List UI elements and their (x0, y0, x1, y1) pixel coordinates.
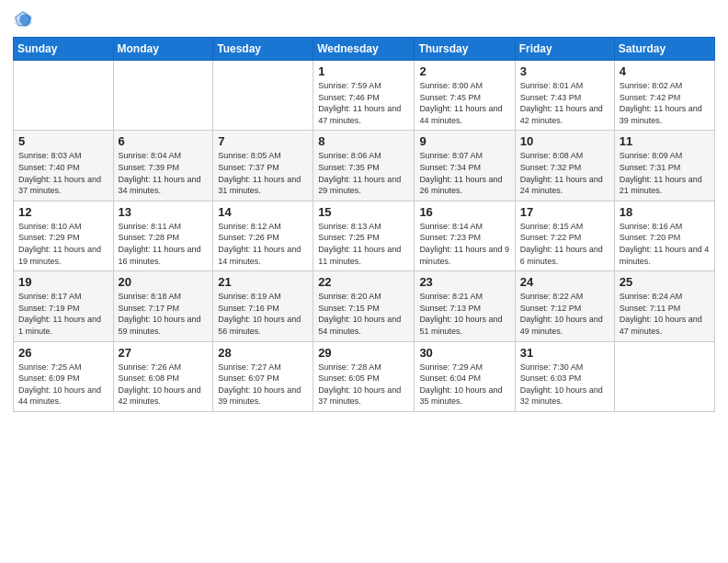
calendar-week-2: 5Sunrise: 8:03 AMSunset: 7:40 PMDaylight… (14, 131, 715, 201)
calendar-cell: 3Sunrise: 8:01 AMSunset: 7:43 PMDaylight… (515, 61, 614, 131)
calendar-cell: 14Sunrise: 8:12 AMSunset: 7:26 PMDayligh… (213, 201, 313, 270)
calendar-week-1: 1Sunrise: 7:59 AMSunset: 7:46 PMDaylight… (14, 61, 715, 131)
calendar-week-4: 19Sunrise: 8:17 AMSunset: 7:19 PMDayligh… (14, 271, 715, 341)
calendar-cell: 8Sunrise: 8:06 AMSunset: 7:35 PMDaylight… (313, 131, 415, 201)
calendar-cell: 10Sunrise: 8:08 AMSunset: 7:32 PMDayligh… (515, 131, 614, 201)
day-number: 3 (520, 64, 609, 78)
day-number: 24 (520, 275, 609, 289)
calendar-cell: 15Sunrise: 8:13 AMSunset: 7:25 PMDayligh… (313, 201, 415, 270)
day-number: 23 (419, 275, 509, 289)
calendar-cell: 28Sunrise: 7:27 AMSunset: 6:07 PMDayligh… (213, 341, 313, 411)
day-info: Sunrise: 8:04 AMSunset: 7:39 PMDaylight:… (119, 150, 209, 196)
day-info: Sunrise: 8:19 AMSunset: 7:16 PMDaylight:… (218, 291, 308, 337)
day-number: 12 (18, 205, 108, 219)
day-number: 28 (218, 346, 308, 360)
day-info: Sunrise: 7:59 AMSunset: 7:46 PMDaylight:… (318, 80, 409, 126)
day-info: Sunrise: 8:09 AMSunset: 7:31 PMDaylight:… (620, 150, 710, 196)
calendar-table: SundayMondayTuesdayWednesdayThursdayFrid… (13, 37, 715, 412)
day-info: Sunrise: 8:11 AMSunset: 7:28 PMDaylight:… (119, 221, 209, 267)
day-number: 13 (119, 205, 209, 219)
calendar-cell: 16Sunrise: 8:14 AMSunset: 7:23 PMDayligh… (415, 201, 515, 270)
calendar-cell: 4Sunrise: 8:02 AMSunset: 7:42 PMDaylight… (614, 61, 714, 131)
calendar-cell: 25Sunrise: 8:24 AMSunset: 7:11 PMDayligh… (614, 271, 714, 341)
weekday-header-row: SundayMondayTuesdayWednesdayThursdayFrid… (14, 38, 715, 61)
logo (13, 9, 35, 29)
day-number: 16 (419, 205, 509, 219)
day-info: Sunrise: 8:00 AMSunset: 7:45 PMDaylight:… (419, 80, 509, 126)
calendar-cell: 31Sunrise: 7:30 AMSunset: 6:03 PMDayligh… (515, 341, 614, 411)
day-number: 17 (520, 205, 609, 219)
calendar-cell: 22Sunrise: 8:20 AMSunset: 7:15 PMDayligh… (313, 271, 415, 341)
calendar-cell: 21Sunrise: 8:19 AMSunset: 7:16 PMDayligh… (213, 271, 313, 341)
calendar-cell (113, 61, 213, 131)
calendar-cell: 11Sunrise: 8:09 AMSunset: 7:31 PMDayligh… (614, 131, 714, 201)
calendar-cell: 1Sunrise: 7:59 AMSunset: 7:46 PMDaylight… (313, 61, 415, 131)
page: SundayMondayTuesdayWednesdayThursdayFrid… (0, 0, 728, 563)
day-number: 5 (18, 134, 108, 148)
day-info: Sunrise: 8:24 AMSunset: 7:11 PMDaylight:… (620, 291, 710, 337)
day-number: 18 (620, 205, 710, 219)
day-number: 2 (419, 64, 509, 78)
weekday-header-wednesday: Wednesday (313, 38, 415, 61)
calendar-cell: 9Sunrise: 8:07 AMSunset: 7:34 PMDaylight… (415, 131, 515, 201)
day-number: 8 (318, 134, 409, 148)
day-number: 4 (620, 64, 710, 78)
day-number: 10 (520, 134, 609, 148)
day-number: 29 (318, 346, 409, 360)
day-info: Sunrise: 7:28 AMSunset: 6:05 PMDaylight:… (318, 362, 409, 408)
day-info: Sunrise: 8:17 AMSunset: 7:19 PMDaylight:… (18, 291, 108, 337)
calendar-cell: 24Sunrise: 8:22 AMSunset: 7:12 PMDayligh… (515, 271, 614, 341)
day-info: Sunrise: 8:02 AMSunset: 7:42 PMDaylight:… (620, 80, 710, 126)
calendar-cell: 13Sunrise: 8:11 AMSunset: 7:28 PMDayligh… (113, 201, 213, 270)
day-info: Sunrise: 8:18 AMSunset: 7:17 PMDaylight:… (119, 291, 209, 337)
day-info: Sunrise: 8:22 AMSunset: 7:12 PMDaylight:… (520, 291, 609, 337)
day-info: Sunrise: 7:30 AMSunset: 6:03 PMDaylight:… (520, 362, 609, 408)
day-number: 9 (419, 134, 509, 148)
weekday-header-saturday: Saturday (614, 38, 714, 61)
day-number: 31 (520, 346, 609, 360)
day-number: 14 (218, 205, 308, 219)
calendar-cell: 18Sunrise: 8:16 AMSunset: 7:20 PMDayligh… (614, 201, 714, 270)
weekday-header-thursday: Thursday (415, 38, 515, 61)
day-info: Sunrise: 8:15 AMSunset: 7:22 PMDaylight:… (520, 221, 609, 267)
weekday-header-tuesday: Tuesday (213, 38, 313, 61)
day-number: 11 (620, 134, 710, 148)
day-number: 21 (218, 275, 308, 289)
day-info: Sunrise: 8:03 AMSunset: 7:40 PMDaylight:… (18, 150, 108, 196)
calendar-cell: 17Sunrise: 8:15 AMSunset: 7:22 PMDayligh… (515, 201, 614, 270)
calendar-cell: 27Sunrise: 7:26 AMSunset: 6:08 PMDayligh… (113, 341, 213, 411)
day-info: Sunrise: 8:07 AMSunset: 7:34 PMDaylight:… (419, 150, 509, 196)
day-number: 30 (419, 346, 509, 360)
weekday-header-sunday: Sunday (14, 38, 114, 61)
calendar-cell (213, 61, 313, 131)
calendar-cell: 2Sunrise: 8:00 AMSunset: 7:45 PMDaylight… (415, 61, 515, 131)
calendar-cell (614, 341, 714, 411)
calendar-cell: 19Sunrise: 8:17 AMSunset: 7:19 PMDayligh… (14, 271, 114, 341)
logo-icon (13, 9, 33, 29)
day-info: Sunrise: 8:13 AMSunset: 7:25 PMDaylight:… (318, 221, 409, 267)
day-info: Sunrise: 8:16 AMSunset: 7:20 PMDaylight:… (620, 221, 710, 267)
day-number: 25 (620, 275, 710, 289)
day-info: Sunrise: 8:01 AMSunset: 7:43 PMDaylight:… (520, 80, 609, 126)
calendar-week-5: 26Sunrise: 7:25 AMSunset: 6:09 PMDayligh… (14, 341, 715, 411)
day-info: Sunrise: 8:20 AMSunset: 7:15 PMDaylight:… (318, 291, 409, 337)
calendar-cell: 29Sunrise: 7:28 AMSunset: 6:05 PMDayligh… (313, 341, 415, 411)
calendar-cell: 23Sunrise: 8:21 AMSunset: 7:13 PMDayligh… (415, 271, 515, 341)
calendar-cell: 12Sunrise: 8:10 AMSunset: 7:29 PMDayligh… (14, 201, 114, 270)
weekday-header-monday: Monday (113, 38, 213, 61)
day-info: Sunrise: 8:14 AMSunset: 7:23 PMDaylight:… (419, 221, 509, 267)
day-number: 20 (119, 275, 209, 289)
day-info: Sunrise: 8:06 AMSunset: 7:35 PMDaylight:… (318, 150, 409, 196)
day-info: Sunrise: 7:26 AMSunset: 6:08 PMDaylight:… (119, 362, 209, 408)
day-number: 1 (318, 64, 409, 78)
day-number: 27 (119, 346, 209, 360)
day-info: Sunrise: 7:25 AMSunset: 6:09 PMDaylight:… (18, 362, 108, 408)
calendar-cell: 30Sunrise: 7:29 AMSunset: 6:04 PMDayligh… (415, 341, 515, 411)
day-number: 15 (318, 205, 409, 219)
calendar-cell: 5Sunrise: 8:03 AMSunset: 7:40 PMDaylight… (14, 131, 114, 201)
calendar-cell: 6Sunrise: 8:04 AMSunset: 7:39 PMDaylight… (113, 131, 213, 201)
calendar-week-3: 12Sunrise: 8:10 AMSunset: 7:29 PMDayligh… (14, 201, 715, 270)
calendar-cell: 20Sunrise: 8:18 AMSunset: 7:17 PMDayligh… (113, 271, 213, 341)
day-info: Sunrise: 8:21 AMSunset: 7:13 PMDaylight:… (419, 291, 509, 337)
day-info: Sunrise: 7:29 AMSunset: 6:04 PMDaylight:… (419, 362, 509, 408)
